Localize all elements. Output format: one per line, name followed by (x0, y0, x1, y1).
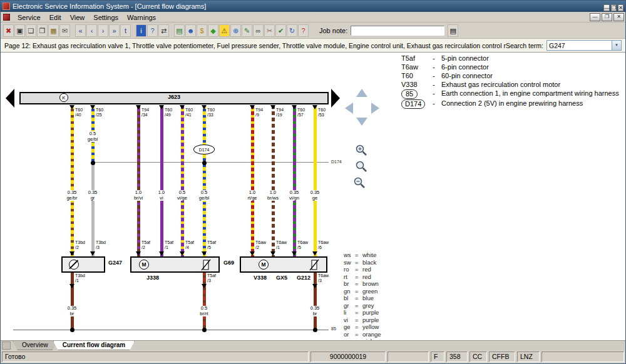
info-button[interactable]: i (136, 24, 146, 37)
zoom-reset-icon[interactable] (355, 160, 369, 174)
color-name: white (362, 251, 376, 259)
wire-color-label: 0.5 ge/bl (80, 131, 106, 142)
color-legend-item: ro=red (344, 266, 381, 273)
wire-color-label: 0.5 ge/bl (191, 190, 217, 201)
legend-description: Connection 2 (5V) in engine prewiring ha… (441, 99, 623, 108)
nav-prev-button[interactable]: ‹ (86, 24, 97, 37)
component-label-g247: G247 (108, 260, 122, 266)
ok-button[interactable]: ✔ (275, 24, 286, 37)
equals-sign: = (355, 259, 362, 266)
color-legend-item: bl=blue (344, 295, 381, 302)
wire-segment (314, 271, 317, 330)
wire-color-label: 0.35 br (302, 306, 328, 316)
query-button[interactable]: ? (298, 24, 309, 37)
combobox-dropdown-icon[interactable]: ▼ (612, 41, 621, 50)
pan-up-icon[interactable] (356, 89, 367, 97)
legend-dash: - (433, 54, 441, 63)
pin-label: T60 /49 (165, 108, 172, 118)
nav-next-button[interactable]: › (98, 24, 108, 37)
pan-left-icon[interactable] (345, 103, 353, 114)
tab-overview[interactable]: Overview (13, 341, 58, 350)
nav-last-button[interactable]: » (109, 24, 120, 37)
wire-arrow-icon (292, 251, 297, 256)
vehicle-button[interactable]: ∞ (253, 24, 264, 37)
color-legend-item: gr=grey (344, 302, 381, 310)
wire-segment (71, 105, 74, 256)
junction-dot (313, 328, 317, 332)
menu-settings[interactable]: Settings (89, 13, 123, 22)
equals-sign: = (355, 288, 362, 295)
globe-button[interactable]: ⊕ (230, 24, 241, 37)
color-abbr: br (344, 280, 355, 288)
page-header: Page 12: Exhaust gas recirculation valve… (1, 39, 625, 53)
nav-first-button[interactable]: « (75, 24, 86, 37)
users-button[interactable]: ☻ (185, 24, 196, 37)
history-button[interactable]: ↻ (287, 24, 297, 37)
junction-dot (202, 328, 207, 332)
legend-description: 60-pin connector (441, 72, 623, 80)
wire-arrow-icon (250, 105, 255, 109)
parts-button[interactable]: ◆ (208, 24, 218, 37)
save-button[interactable]: ▦ (48, 24, 59, 37)
mdi-restore-button[interactable]: ❐ (602, 13, 612, 21)
pin-label: T6aw /1 (276, 240, 287, 250)
menu-warnings[interactable]: Warnings (123, 13, 160, 22)
color-abbr: gn (344, 288, 355, 295)
wire-segment (203, 154, 206, 256)
pin-label: T60 /53 (318, 108, 326, 118)
service-button[interactable]: ✎ (242, 24, 252, 37)
job-note-apply-button[interactable]: ▤ (448, 24, 458, 37)
mdi-minimize-button[interactable]: — (590, 13, 600, 21)
zoom-out-icon[interactable] (353, 176, 367, 190)
exit-button[interactable]: ✖ (3, 24, 14, 37)
tools-button[interactable]: ✂ (264, 24, 275, 37)
new-document-button[interactable]: ❏ (26, 24, 36, 37)
document-icon[interactable] (3, 14, 10, 21)
toolbar: ✖▣❏❐▦✉«‹›»ti?⇄▤☻$◆⚠⊕✎∞✂✔↻? Job note: ▤ (1, 23, 625, 39)
wire-segment (181, 105, 184, 256)
pin-label: T3bd /3 (96, 240, 106, 250)
pan-right-icon[interactable] (371, 103, 379, 114)
zoom-in-icon[interactable] (355, 144, 369, 158)
status-cell: LNZ (517, 351, 540, 362)
tab-current-flow-diagram[interactable]: Current flow diagram (53, 341, 135, 350)
refresh-button[interactable]: ⇄ (158, 24, 169, 37)
window-minimize-button[interactable]: — (603, 4, 610, 11)
search-term-input[interactable] (547, 41, 612, 50)
wire-color-label: 0.35 gr (80, 190, 106, 201)
menu-edit[interactable]: Edit (45, 13, 66, 22)
pin-label: T60 /57 (297, 108, 305, 118)
tab-bar: OverviewCurrent flow diagram (1, 340, 625, 350)
menu-service[interactable]: Service (13, 13, 45, 22)
mdi-close-button[interactable]: ✕ (613, 13, 624, 21)
wire-arrow-icon (69, 251, 74, 256)
copy-document-button[interactable]: ❐ (37, 24, 48, 37)
component-label-gx5: GX5 (276, 275, 287, 281)
color-abbr: rt (344, 273, 355, 281)
pin-label: T60 /25 (96, 108, 103, 118)
tab-scroll-button[interactable] (2, 341, 11, 350)
print-button[interactable]: ▣ (14, 24, 25, 37)
help-button[interactable]: ? (147, 24, 158, 37)
wire-segment (160, 105, 163, 256)
wire-segment (251, 105, 254, 256)
junction-dot (202, 161, 207, 165)
wire-segment (203, 271, 206, 330)
job-note-input[interactable] (351, 26, 444, 36)
mail-button[interactable]: ✉ (59, 24, 70, 37)
search-term-combobox[interactable]: ▼ (546, 40, 622, 51)
color-abbr: ge (344, 323, 355, 331)
equals-sign: = (355, 302, 362, 310)
pin-label: T94 /19 (276, 108, 284, 118)
warning-button[interactable]: ⚠ (219, 24, 230, 37)
wire-segment (203, 105, 206, 144)
costs-button[interactable]: $ (197, 24, 207, 37)
pin-label: T6aw /3 (318, 273, 329, 283)
window-close-button[interactable]: ✕ (618, 4, 623, 11)
calendar-button[interactable]: ▤ (174, 24, 185, 37)
menu-view[interactable]: View (66, 13, 90, 22)
wire-arrow-icon (270, 105, 275, 109)
text-tool-button[interactable]: t (120, 24, 131, 37)
pan-down-icon[interactable] (356, 118, 367, 126)
window-restore-button[interactable]: ❐ (611, 4, 617, 11)
